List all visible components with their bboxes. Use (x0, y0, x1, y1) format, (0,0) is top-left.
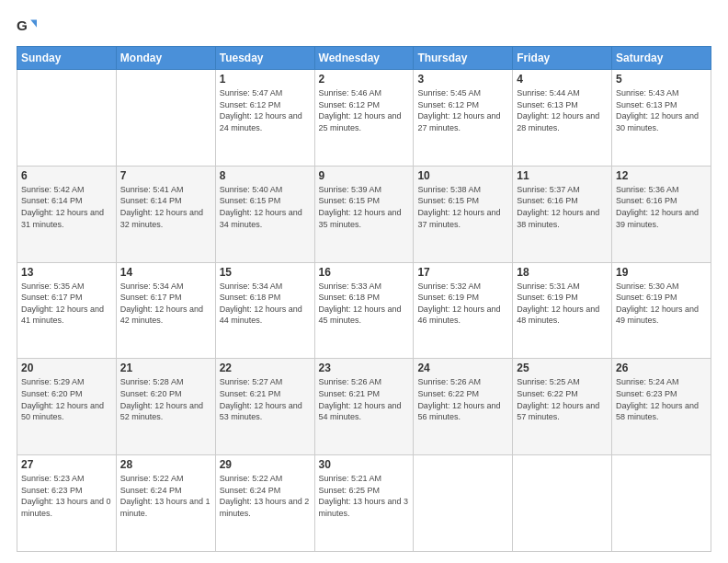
calendar-cell (513, 455, 612, 552)
calendar-cell: 20Sunrise: 5:29 AM Sunset: 6:20 PM Dayli… (17, 359, 117, 455)
day-number: 8 (220, 169, 311, 182)
calendar-cell: 28Sunrise: 5:22 AM Sunset: 6:24 PM Dayli… (116, 455, 215, 552)
logo: G (17, 17, 40, 37)
day-number: 9 (319, 169, 410, 182)
day-number: 2 (319, 73, 410, 86)
day-number: 29 (220, 458, 311, 471)
day-info: Sunrise: 5:32 AM Sunset: 6:19 PM Dayligh… (417, 281, 508, 327)
day-info: Sunrise: 5:24 AM Sunset: 6:23 PM Dayligh… (616, 376, 707, 422)
day-number: 1 (220, 73, 311, 86)
day-info: Sunrise: 5:36 AM Sunset: 6:16 PM Dayligh… (616, 184, 707, 230)
calendar-cell: 21Sunrise: 5:28 AM Sunset: 6:20 PM Dayli… (116, 359, 215, 455)
calendar-cell: 18Sunrise: 5:31 AM Sunset: 6:19 PM Dayli… (513, 262, 612, 359)
day-number: 19 (616, 266, 707, 279)
day-info: Sunrise: 5:25 AM Sunset: 6:22 PM Dayligh… (517, 376, 608, 422)
calendar-cell: 16Sunrise: 5:33 AM Sunset: 6:18 PM Dayli… (314, 262, 414, 359)
calendar-cell: 22Sunrise: 5:27 AM Sunset: 6:21 PM Dayli… (215, 359, 314, 455)
day-info: Sunrise: 5:26 AM Sunset: 6:22 PM Dayligh… (417, 376, 508, 422)
calendar-cell: 27Sunrise: 5:23 AM Sunset: 6:23 PM Dayli… (17, 455, 117, 552)
day-number: 17 (417, 266, 508, 279)
day-number: 20 (21, 362, 112, 374)
day-info: Sunrise: 5:46 AM Sunset: 6:12 PM Dayligh… (319, 87, 410, 133)
week-row-1: 1Sunrise: 5:47 AM Sunset: 6:12 PM Daylig… (17, 70, 711, 167)
day-number: 4 (517, 73, 608, 86)
calendar-cell: 8Sunrise: 5:40 AM Sunset: 6:15 PM Daylig… (215, 166, 314, 262)
day-info: Sunrise: 5:43 AM Sunset: 6:13 PM Dayligh… (616, 87, 707, 133)
day-number: 10 (417, 169, 508, 182)
logo-icon: G (17, 17, 37, 37)
day-info: Sunrise: 5:37 AM Sunset: 6:16 PM Dayligh… (517, 184, 608, 230)
day-number: 22 (220, 362, 311, 374)
calendar-cell: 15Sunrise: 5:34 AM Sunset: 6:18 PM Dayli… (215, 262, 314, 359)
calendar-cell: 13Sunrise: 5:35 AM Sunset: 6:17 PM Dayli… (17, 262, 117, 359)
calendar-cell: 25Sunrise: 5:25 AM Sunset: 6:22 PM Dayli… (513, 359, 612, 455)
day-number: 24 (417, 362, 508, 374)
calendar-cell: 6Sunrise: 5:42 AM Sunset: 6:14 PM Daylig… (17, 166, 117, 262)
day-info: Sunrise: 5:30 AM Sunset: 6:19 PM Dayligh… (616, 281, 707, 327)
svg-marker-1 (30, 19, 37, 27)
calendar-cell: 26Sunrise: 5:24 AM Sunset: 6:23 PM Dayli… (612, 359, 711, 455)
day-number: 6 (21, 169, 112, 182)
calendar-cell (17, 70, 117, 167)
day-info: Sunrise: 5:27 AM Sunset: 6:21 PM Dayligh… (220, 376, 311, 422)
weekday-header-tuesday: Tuesday (215, 47, 314, 70)
day-info: Sunrise: 5:29 AM Sunset: 6:20 PM Dayligh… (21, 376, 112, 422)
day-number: 28 (120, 458, 211, 471)
calendar-cell: 10Sunrise: 5:38 AM Sunset: 6:15 PM Dayli… (414, 166, 513, 262)
calendar-table: SundayMondayTuesdayWednesdayThursdayFrid… (17, 46, 711, 552)
day-number: 14 (120, 266, 211, 279)
day-info: Sunrise: 5:26 AM Sunset: 6:21 PM Dayligh… (319, 376, 410, 422)
day-info: Sunrise: 5:22 AM Sunset: 6:24 PM Dayligh… (220, 473, 311, 519)
day-info: Sunrise: 5:44 AM Sunset: 6:13 PM Dayligh… (517, 87, 608, 133)
calendar-cell: 19Sunrise: 5:30 AM Sunset: 6:19 PM Dayli… (612, 262, 711, 359)
day-info: Sunrise: 5:34 AM Sunset: 6:18 PM Dayligh… (220, 281, 311, 327)
day-info: Sunrise: 5:47 AM Sunset: 6:12 PM Dayligh… (220, 87, 311, 133)
day-number: 26 (616, 362, 707, 374)
day-info: Sunrise: 5:35 AM Sunset: 6:17 PM Dayligh… (21, 281, 112, 327)
day-info: Sunrise: 5:21 AM Sunset: 6:25 PM Dayligh… (319, 473, 410, 519)
day-info: Sunrise: 5:45 AM Sunset: 6:12 PM Dayligh… (417, 87, 508, 133)
day-number: 15 (220, 266, 311, 279)
day-number: 18 (517, 266, 608, 279)
calendar-cell: 14Sunrise: 5:34 AM Sunset: 6:17 PM Dayli… (116, 262, 215, 359)
day-info: Sunrise: 5:23 AM Sunset: 6:23 PM Dayligh… (21, 473, 112, 519)
day-info: Sunrise: 5:28 AM Sunset: 6:20 PM Dayligh… (120, 376, 211, 422)
day-number: 12 (616, 169, 707, 182)
day-number: 11 (517, 169, 608, 182)
calendar-cell: 1Sunrise: 5:47 AM Sunset: 6:12 PM Daylig… (215, 70, 314, 167)
calendar-cell: 24Sunrise: 5:26 AM Sunset: 6:22 PM Dayli… (414, 359, 513, 455)
calendar-cell: 29Sunrise: 5:22 AM Sunset: 6:24 PM Dayli… (215, 455, 314, 552)
day-number: 5 (616, 73, 707, 86)
week-row-5: 27Sunrise: 5:23 AM Sunset: 6:23 PM Dayli… (17, 455, 711, 552)
calendar-cell: 3Sunrise: 5:45 AM Sunset: 6:12 PM Daylig… (414, 70, 513, 167)
day-info: Sunrise: 5:31 AM Sunset: 6:19 PM Dayligh… (517, 281, 608, 327)
day-number: 7 (120, 169, 211, 182)
calendar-cell: 17Sunrise: 5:32 AM Sunset: 6:19 PM Dayli… (414, 262, 513, 359)
week-row-2: 6Sunrise: 5:42 AM Sunset: 6:14 PM Daylig… (17, 166, 711, 262)
weekday-header-saturday: Saturday (612, 47, 711, 70)
day-number: 23 (319, 362, 410, 374)
calendar-cell: 12Sunrise: 5:36 AM Sunset: 6:16 PM Dayli… (612, 166, 711, 262)
day-info: Sunrise: 5:39 AM Sunset: 6:15 PM Dayligh… (319, 184, 410, 230)
day-number: 13 (21, 266, 112, 279)
day-info: Sunrise: 5:22 AM Sunset: 6:24 PM Dayligh… (120, 473, 211, 519)
day-number: 16 (319, 266, 410, 279)
calendar-cell: 30Sunrise: 5:21 AM Sunset: 6:25 PM Dayli… (314, 455, 414, 552)
day-info: Sunrise: 5:40 AM Sunset: 6:15 PM Dayligh… (220, 184, 311, 230)
week-row-4: 20Sunrise: 5:29 AM Sunset: 6:20 PM Dayli… (17, 359, 711, 455)
weekday-header-friday: Friday (513, 47, 612, 70)
weekday-header-monday: Monday (116, 47, 215, 70)
calendar-cell: 4Sunrise: 5:44 AM Sunset: 6:13 PM Daylig… (513, 70, 612, 167)
day-number: 21 (120, 362, 211, 374)
calendar-cell (414, 455, 513, 552)
day-number: 3 (417, 73, 508, 86)
calendar-cell (116, 70, 215, 167)
weekday-header-row: SundayMondayTuesdayWednesdayThursdayFrid… (17, 47, 711, 70)
day-info: Sunrise: 5:42 AM Sunset: 6:14 PM Dayligh… (21, 184, 112, 230)
calendar-cell: 2Sunrise: 5:46 AM Sunset: 6:12 PM Daylig… (314, 70, 414, 167)
calendar-cell: 11Sunrise: 5:37 AM Sunset: 6:16 PM Dayli… (513, 166, 612, 262)
day-info: Sunrise: 5:34 AM Sunset: 6:17 PM Dayligh… (120, 281, 211, 327)
day-number: 27 (21, 458, 112, 471)
calendar-cell: 23Sunrise: 5:26 AM Sunset: 6:21 PM Dayli… (314, 359, 414, 455)
calendar-cell (612, 455, 711, 552)
